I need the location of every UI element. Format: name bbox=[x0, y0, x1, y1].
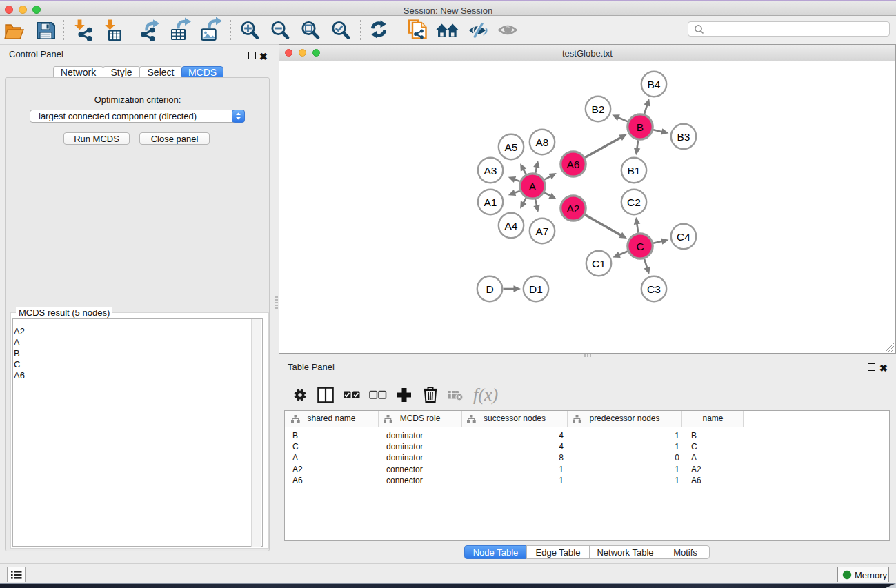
svg-text:A: A bbox=[529, 181, 537, 192]
svg-text:B3: B3 bbox=[677, 131, 690, 143]
svg-text:A7: A7 bbox=[536, 225, 549, 237]
svg-text:A4: A4 bbox=[505, 220, 518, 232]
svg-text:D1: D1 bbox=[529, 283, 543, 295]
svg-text:B4: B4 bbox=[648, 79, 661, 90]
svg-text:B2: B2 bbox=[592, 103, 605, 115]
svg-text:C2: C2 bbox=[627, 196, 641, 208]
svg-text:B1: B1 bbox=[628, 165, 641, 176]
svg-text:f(x): f(x) bbox=[473, 385, 498, 405]
svg-text:C3: C3 bbox=[647, 283, 661, 295]
svg-text:A5: A5 bbox=[505, 141, 518, 153]
svg-text:A6: A6 bbox=[567, 159, 580, 170]
svg-text:C: C bbox=[636, 241, 644, 252]
svg-text:A3: A3 bbox=[484, 165, 497, 176]
svg-text:A2: A2 bbox=[567, 203, 580, 214]
svg-text:C1: C1 bbox=[592, 258, 606, 270]
svg-text:D: D bbox=[486, 283, 493, 295]
svg-text:A1: A1 bbox=[484, 196, 497, 208]
svg-text:A8: A8 bbox=[536, 136, 549, 148]
svg-text:Memory: Memory bbox=[855, 570, 887, 580]
svg-text:B: B bbox=[637, 121, 644, 133]
svg-text:C4: C4 bbox=[677, 231, 690, 243]
